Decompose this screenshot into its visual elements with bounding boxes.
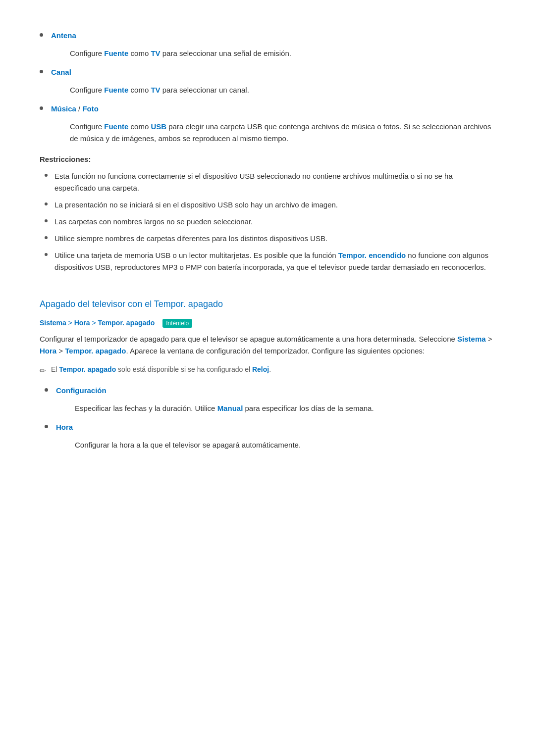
restriction-text-1: Esta función no funciona correctamente s… [54, 170, 495, 194]
note-text: El Tempor. apagado solo está disponible … [51, 364, 271, 375]
list-item-antena: Antena [40, 30, 495, 42]
configuracion-desc: Especificar las fechas y la duración. Ut… [75, 403, 495, 414]
restriction-text-3: Las carpetas con nombres largos no se pu… [54, 216, 253, 228]
musica-usb-link[interactable]: USB [151, 122, 166, 131]
restriction-text-4: Utilice siempre nombres de carpetas dife… [54, 233, 327, 245]
antena-label: Antena [51, 30, 76, 42]
restriction-item-2: La presentación no se iniciará si en el … [45, 199, 495, 211]
antena-fuente-link[interactable]: Fuente [104, 49, 128, 57]
note-tempor-link[interactable]: Tempor. apagado [59, 365, 116, 373]
restriction-list: Esta función no funciona correctamente s… [45, 170, 495, 273]
restrictions-heading: Restricciones: [40, 153, 495, 165]
nav-sep-2: > [92, 319, 98, 327]
hora-desc: Configurar la hora a la que el televisor… [75, 439, 495, 451]
nav-sep-1: > [68, 319, 74, 327]
note-reloj-link[interactable]: Reloj [252, 365, 269, 373]
restriction-text-5: Utilice una tarjeta de memoria USB o un … [54, 250, 495, 273]
restriction-item-3: Las carpetas con nombres largos no se pu… [45, 216, 495, 228]
apagado-sub-list: Configuración Especificar las fechas y l… [45, 385, 495, 451]
canal-fuente-link[interactable]: Fuente [104, 86, 128, 94]
bullet-dot-musica [40, 106, 43, 110]
list-item-musica-desc: Configure Fuente como USB para elegir un… [51, 121, 495, 145]
configuracion-label[interactable]: Configuración [56, 386, 107, 395]
canal-label[interactable]: Canal [51, 68, 71, 76]
r-dot-2 [45, 202, 48, 205]
restrictions-section: Restricciones: Esta función no funciona … [40, 153, 495, 273]
tempor-encendido-link[interactable]: Tempor. encendido [338, 251, 406, 259]
desc-hora-link[interactable]: Hora [40, 347, 56, 355]
desc-tempor-link[interactable]: Tempor. apagado [65, 347, 126, 355]
r-dot-4 [45, 236, 48, 239]
canal-description: Configure Fuente como TV para selecciona… [70, 84, 495, 96]
apagado-nav: Sistema > Hora > Tempor. apagado Inténte… [40, 317, 495, 328]
apagado-title: Apagado del televisor con el Tempor. apa… [40, 297, 495, 311]
top-items-list: Antena Configure Fuente como TV para sel… [40, 30, 495, 145]
r-dot-1 [45, 174, 48, 177]
musica-fuente-link[interactable]: Fuente [104, 122, 128, 131]
musica-label[interactable]: Música [51, 104, 76, 113]
pencil-icon: ✏ [40, 365, 46, 377]
sub-dot-hora [45, 425, 48, 428]
nav-hora[interactable]: Hora [74, 319, 90, 327]
r-dot-5 [45, 253, 48, 256]
list-item-canal: Canal [40, 66, 495, 78]
musica-description: Configure Fuente como USB para elegir un… [70, 121, 495, 145]
apagado-note: ✏ El Tempor. apagado solo está disponibl… [40, 364, 495, 377]
manual-link[interactable]: Manual [217, 404, 243, 412]
list-item-musica-foto: Música / Foto [40, 103, 495, 115]
apagado-section: Apagado del televisor con el Tempor. apa… [40, 297, 495, 451]
bullet-dot-canal [40, 70, 43, 73]
desc-sistema-link[interactable]: Sistema [457, 335, 486, 343]
nav-tempor[interactable]: Tempor. apagado [98, 319, 155, 327]
sub-item-hora-desc: Configurar la hora a la que el televisor… [56, 439, 495, 451]
restriction-item-4: Utilice siempre nombres de carpetas dife… [45, 233, 495, 245]
canal-tv-link[interactable]: TV [151, 86, 160, 94]
antena-tv-link[interactable]: TV [151, 49, 160, 57]
restriction-item-1: Esta función no funciona correctamente s… [45, 170, 495, 194]
sub-item-configuracion-desc: Especificar las fechas y la duración. Ut… [56, 403, 495, 414]
apagado-description: Configurar el temporizador de apagado pa… [40, 333, 495, 357]
list-item-antena-desc: Configure Fuente como TV para selecciona… [51, 48, 495, 59]
r-dot-3 [45, 219, 48, 222]
antena-link[interactable]: Antena [51, 31, 76, 40]
antena-description: Configure Fuente como TV para selecciona… [70, 48, 495, 59]
nav-sistema[interactable]: Sistema [40, 319, 66, 327]
hora-label[interactable]: Hora [56, 423, 73, 431]
foto-label[interactable]: Foto [82, 104, 98, 113]
sub-item-hora: Hora [45, 421, 495, 433]
restriction-item-5: Utilice una tarjeta de memoria USB o un … [45, 250, 495, 273]
bullet-dot-antena [40, 33, 43, 37]
restriction-text-2: La presentación no se iniciará si en el … [54, 199, 338, 211]
list-item-canal-desc: Configure Fuente como TV para selecciona… [51, 84, 495, 96]
sub-item-configuracion: Configuración [45, 385, 495, 397]
sub-dot-config [45, 388, 48, 392]
intentelo-badge[interactable]: Inténtelo [162, 319, 192, 328]
